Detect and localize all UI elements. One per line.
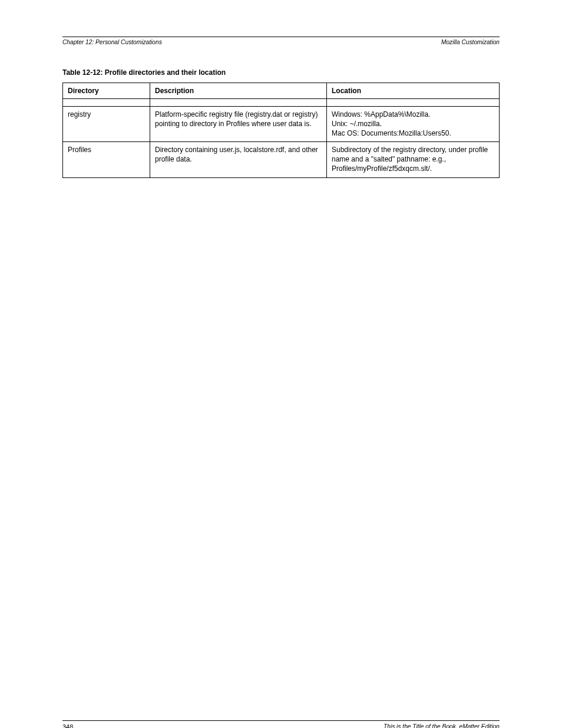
cell-location: Windows: %AppData%\Mozilla. Unix: ~/.moz… [327,107,500,142]
cell-text: Profiles [68,146,145,155]
table-row: registry Platform-specific registry file… [63,107,500,142]
footer-rule [62,720,500,721]
cell-text: registry [68,110,145,120]
table-header-double-rule [63,99,500,107]
cell-directory: Profiles [63,142,150,177]
col-header-location: Location [327,83,500,99]
table-header-row: Directory Description Location [63,83,500,99]
cell-description: Platform-specific registry file (registr… [150,107,327,142]
page-footer: 348 This is the Title of the Book, eMatt… [62,720,500,728]
footer-title: This is the Title of the Book, eMatter E… [384,723,500,728]
cell-description: Directory containing user.js, localstore… [150,142,327,177]
header-left: Chapter 12: Personal Customizations [62,39,162,45]
cell-location: Subdirectory of the registry directory, … [327,142,500,177]
cell-text: Directory containing user.js, localstore… [155,146,322,164]
cell-text: Windows: %AppData%\Mozilla. Unix: ~/.moz… [332,110,494,138]
col-header-directory: Directory [63,83,150,99]
cell-directory: registry [63,107,150,142]
header-right: Mozilla Customization [441,39,500,45]
cell-text: Subdirectory of the registry directory, … [332,146,494,173]
table-row: Profiles Directory containing user.js, l… [63,142,500,177]
page-number: 348 [62,723,73,728]
header-rule [62,37,500,37]
running-header: Chapter 12: Personal Customizations Mozi… [62,39,500,45]
profile-directories-table: Directory Description Location registry … [62,83,500,178]
col-header-description: Description [150,83,327,99]
table-caption: Table 12-12: Profile directories and the… [62,68,500,77]
cell-text: Platform-specific registry file (registr… [155,110,322,129]
